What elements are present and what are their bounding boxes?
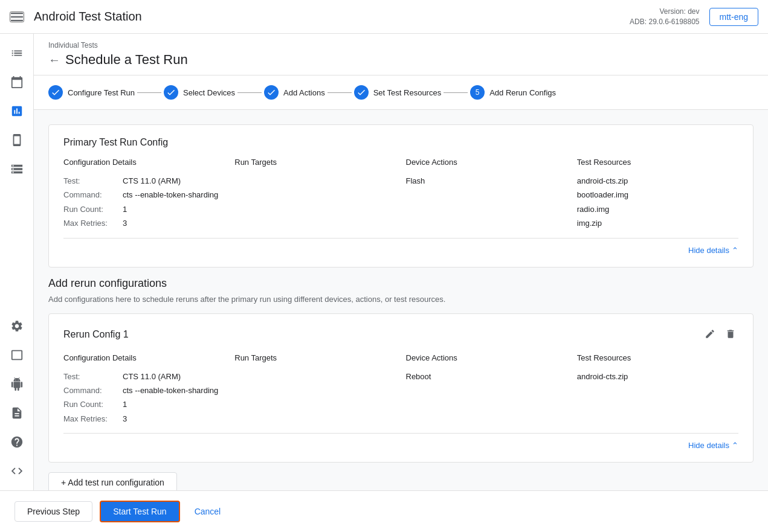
- rerun-section: Add rerun configurations Add configurati…: [48, 277, 753, 490]
- sidebar-item-window[interactable]: [0, 341, 33, 370]
- back-button[interactable]: ←: [48, 54, 60, 66]
- rerun-config-1-grid: Configuration Details Test:CTS 11.0 (ARM…: [63, 353, 738, 426]
- sidebar-item-reports[interactable]: [0, 399, 33, 428]
- cancel-button[interactable]: Cancel: [187, 502, 228, 521]
- step-4-label: Set Test Resources: [373, 88, 441, 97]
- resource-3: radio.img: [577, 202, 738, 216]
- rerun-section-desc: Add configurations here to schedule reru…: [48, 295, 753, 304]
- step-1-circle: [48, 85, 63, 100]
- page-title-row: ← Schedule a Test Run: [48, 52, 753, 75]
- primary-config-details-col: Configuration Details Test:CTS 11.0 (ARM…: [63, 158, 225, 231]
- rerun-config-1-detail: Test:CTS 11.0 (ARM) Command:cts --enable…: [63, 370, 225, 426]
- sidebar-item-storage[interactable]: [0, 155, 33, 184]
- version-info: Version: dev ADB: 29.0.6-6198805: [630, 7, 699, 27]
- rerun-test-resources-col: Test Resources android-cts.zip: [577, 353, 738, 426]
- step-2-circle: [164, 85, 178, 100]
- rerun-hide-details-row: Hide details ⌃: [63, 433, 738, 450]
- rerun-run-targets-header: Run Targets: [234, 353, 396, 362]
- sidebar-item-help[interactable]: [0, 428, 33, 457]
- page-header: Individual Tests ← Schedule a Test Run: [34, 34, 768, 75]
- step-2: Select Devices: [164, 85, 235, 100]
- sidebar-item-tasks[interactable]: [0, 39, 33, 68]
- test-label: Test:: [63, 174, 118, 188]
- rerun-test-resources-header: Test Resources: [577, 353, 738, 362]
- page-title: Schedule a Test Run: [65, 52, 188, 68]
- rerun-device-actions-value: Reboot: [406, 370, 567, 383]
- step-1: Configure Test Run: [48, 85, 135, 100]
- rerun-config-1-details-header: Configuration Details: [63, 353, 225, 362]
- rerun-config-1-card: Rerun Config 1 Con: [48, 313, 753, 463]
- edit-rerun-button[interactable]: [702, 326, 718, 344]
- primary-config-grid: Configuration Details Test:CTS 11.0 (ARM…: [63, 158, 738, 231]
- step-5-circle: 5: [470, 85, 485, 100]
- primary-config-details-header: Configuration Details: [63, 158, 225, 167]
- step-3-circle: [264, 85, 279, 100]
- sidebar-item-calendar[interactable]: [0, 68, 33, 97]
- primary-device-actions-value: Flash: [406, 174, 567, 188]
- previous-step-button[interactable]: Previous Step: [15, 501, 92, 522]
- stepper-area: Configure Test Run Select Devices Add: [34, 75, 768, 110]
- sidebar-item-analytics[interactable]: [0, 97, 33, 126]
- command-label: Command:: [63, 188, 118, 202]
- primary-hide-details-row: Hide details ⌃: [63, 238, 738, 255]
- resource-4: img.zip: [577, 216, 738, 230]
- step-3-label: Add Actions: [283, 88, 325, 97]
- rerun-config-1-details-col: Configuration Details Test:CTS 11.0 (ARM…: [63, 353, 225, 426]
- rerun-command-value: cts --enable-token-sharding: [123, 383, 218, 397]
- rerun-test-value: CTS 11.0 (ARM): [123, 370, 181, 383]
- breadcrumb: Individual Tests: [48, 41, 753, 50]
- primary-hide-details-button[interactable]: Hide details ⌃: [688, 246, 738, 255]
- rerun-chevron-up-icon: ⌃: [732, 441, 738, 450]
- run-count-value: 1: [123, 202, 127, 216]
- main-content: Primary Test Run Config Configuration De…: [34, 110, 768, 490]
- main-layout: Individual Tests ← Schedule a Test Run C…: [0, 34, 768, 490]
- rerun-max-retries-label: Max Retries:: [63, 412, 118, 426]
- rerun-hide-details-button[interactable]: Hide details ⌃: [688, 441, 738, 450]
- sidebar-item-android[interactable]: [0, 370, 33, 399]
- step-4-circle: [354, 85, 369, 100]
- rerun-card-1-header: Rerun Config 1: [63, 326, 738, 344]
- header-right: Version: dev ADB: 29.0.6-6198805 mtt-eng: [630, 7, 758, 27]
- rerun-run-count-value: 1: [123, 397, 127, 411]
- step-5-label: Add Rerun Configs: [489, 88, 556, 97]
- resource-2: bootloader.img: [577, 188, 738, 202]
- rerun-section-title: Add rerun configurations: [48, 277, 753, 290]
- step-5: 5 Add Rerun Configs: [470, 85, 556, 100]
- rerun-run-count-label: Run Count:: [63, 397, 118, 411]
- hide-details-label: Hide details: [688, 246, 729, 255]
- sidebar-item-devices[interactable]: [0, 126, 33, 155]
- content-area: Individual Tests ← Schedule a Test Run C…: [34, 34, 768, 490]
- run-count-label: Run Count:: [63, 202, 118, 216]
- rerun-run-targets-col: Run Targets: [234, 353, 396, 426]
- rerun-config-1-title: Rerun Config 1: [63, 329, 129, 340]
- step-2-label: Select Devices: [183, 88, 235, 97]
- primary-test-resources-col: Test Resources android-cts.zip bootloade…: [577, 158, 738, 231]
- sidebar-item-settings[interactable]: [0, 312, 33, 341]
- menu-button[interactable]: [10, 11, 24, 22]
- connector-2: [237, 92, 262, 93]
- resource-1: android-cts.zip: [577, 174, 738, 188]
- mtt-button[interactable]: mtt-eng: [709, 8, 758, 26]
- max-retries-label: Max Retries:: [63, 216, 118, 230]
- header-left: Android Test Station: [10, 10, 142, 24]
- version-line1: Version: dev: [630, 7, 699, 17]
- primary-run-targets-col: Run Targets: [234, 158, 396, 231]
- max-retries-value: 3: [123, 216, 127, 230]
- primary-test-resources-header: Test Resources: [577, 158, 738, 167]
- sidebar-item-code[interactable]: [0, 457, 33, 486]
- sidebar: [0, 34, 34, 490]
- rerun-device-actions-header: Device Actions: [406, 353, 567, 362]
- top-header: Android Test Station Version: dev ADB: 2…: [0, 0, 768, 34]
- start-test-run-button[interactable]: Start Test Run: [100, 501, 179, 522]
- command-value: cts --enable-token-sharding: [123, 188, 218, 202]
- delete-rerun-button[interactable]: [723, 326, 738, 344]
- rerun-device-actions-col: Device Actions Reboot: [406, 353, 567, 426]
- add-config-button[interactable]: + Add test run configuration: [48, 472, 177, 490]
- connector-3: [328, 92, 352, 93]
- stepper: Configure Test Run Select Devices Add: [48, 85, 753, 100]
- chevron-up-icon: ⌃: [732, 246, 738, 255]
- primary-run-targets-header: Run Targets: [234, 158, 396, 167]
- primary-config-detail: Test:CTS 11.0 (ARM) Command:cts --enable…: [63, 174, 225, 231]
- primary-device-actions-col: Device Actions Flash: [406, 158, 567, 231]
- rerun-card-actions: [702, 326, 738, 344]
